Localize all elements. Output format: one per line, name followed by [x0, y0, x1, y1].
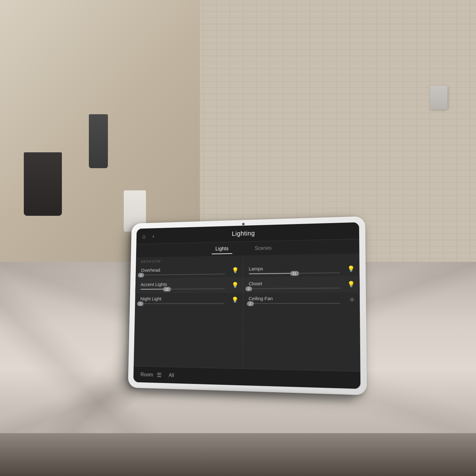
- slider-thumb-ceiling-fan[interactable]: 2: [247, 301, 254, 306]
- panels-area: BEDROOM Overhead 0: [134, 254, 360, 372]
- light-row-nightlight: Night Light 0 💡: [135, 293, 242, 307]
- light-switch: [430, 86, 447, 109]
- counter-shadow: [0, 433, 476, 476]
- slider-thumb-accent[interactable]: 32: [163, 287, 171, 292]
- slider-thumb-lamps[interactable]: 51: [290, 271, 299, 275]
- app-title: Lighting: [232, 230, 255, 237]
- slider-fill-lamps: [249, 273, 294, 274]
- slider-nightlight[interactable]: 0: [140, 303, 237, 304]
- light-row-accent: Accent Lights 32 💡: [135, 278, 243, 293]
- tab-lights[interactable]: Lights: [212, 244, 232, 255]
- slider-track-closet: 0: [249, 288, 340, 289]
- tablet-camera: [242, 223, 245, 225]
- bulb-icon-overhead: 💡: [232, 267, 239, 274]
- tablet-device: ⌂ ‹ Lighting Lights Scenes BEDROOM: [128, 216, 367, 395]
- fan-icon-ceiling: ✳: [349, 296, 355, 304]
- slider-accent[interactable]: 32: [141, 288, 237, 290]
- kitchen-background: ⌂ ‹ Lighting Lights Scenes BEDROOM: [0, 0, 476, 476]
- bulb-icon-closet: 💡: [347, 281, 355, 288]
- slider-thumb-overhead[interactable]: 0: [138, 273, 144, 277]
- home-icon[interactable]: ⌂: [142, 233, 146, 240]
- slider-thumb-closet[interactable]: 0: [245, 286, 252, 291]
- light-name-nightlight: Night Light: [140, 296, 237, 301]
- light-row-overhead: Overhead 0 💡: [136, 263, 243, 279]
- tab-scenes[interactable]: Scenes: [251, 243, 275, 253]
- slider-track-nightlight: 0: [140, 303, 224, 304]
- slider-thumb-nightlight[interactable]: 0: [137, 301, 143, 306]
- light-row-closet: Closet 0 💡: [243, 277, 360, 293]
- slider-track-ceiling-fan: 2: [248, 303, 340, 304]
- slider-closet[interactable]: 0: [249, 288, 354, 289]
- light-name-ceiling-fan: Ceiling Fan: [248, 295, 354, 301]
- slider-lamps[interactable]: 51: [249, 272, 354, 274]
- app-main: BEDROOM Overhead 0: [133, 254, 360, 389]
- slider-track-overhead: 0: [141, 274, 225, 275]
- coffee-cup: [24, 152, 62, 216]
- back-icon[interactable]: ‹: [152, 233, 154, 239]
- french-press: [86, 105, 111, 168]
- slider-overhead[interactable]: 0: [141, 274, 237, 275]
- light-row-ceiling-fan: Ceiling Fan 2 ✳: [243, 292, 360, 307]
- filter-icon[interactable]: ☰: [157, 371, 162, 378]
- light-row-lamps: Lamps 51 💡: [243, 261, 360, 278]
- room-label: Room: [141, 372, 153, 378]
- bulb-icon-lamps: 💡: [347, 265, 355, 273]
- slider-ceiling-fan[interactable]: 2: [248, 303, 354, 304]
- light-name-overhead: Overhead: [141, 266, 237, 273]
- right-panel: BEDROOM Lamps 51: [242, 254, 360, 372]
- tablet-outer-shell: ⌂ ‹ Lighting Lights Scenes BEDROOM: [128, 216, 367, 395]
- light-name-closet: Closet: [249, 280, 354, 286]
- slider-track-lamps: 51: [249, 272, 340, 274]
- left-panel: BEDROOM Overhead 0: [134, 255, 243, 368]
- light-name-accent: Accent Lights: [141, 281, 237, 287]
- bulb-icon-nightlight: 💡: [231, 296, 238, 303]
- bulb-icon-accent: 💡: [231, 281, 238, 288]
- room-value[interactable]: All: [169, 372, 174, 378]
- light-name-lamps: Lamps: [249, 265, 354, 272]
- tablet-screen: ⌂ ‹ Lighting Lights Scenes BEDROOM: [133, 222, 360, 389]
- slider-track-accent: 32: [141, 288, 225, 290]
